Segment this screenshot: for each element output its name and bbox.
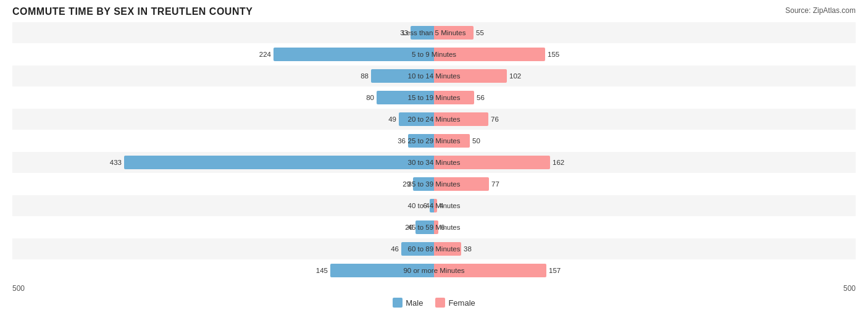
- axis-left: 500: [12, 284, 25, 293]
- left-section: 49: [12, 109, 434, 130]
- male-value: 46: [391, 245, 399, 253]
- male-legend-box: [393, 298, 403, 308]
- female-value: 157: [549, 267, 561, 274]
- right-section: 50: [434, 130, 856, 151]
- left-section: 46: [12, 238, 434, 259]
- legend-area: Male Female: [12, 298, 856, 308]
- male-value: 224: [259, 51, 271, 58]
- female-value: 55: [476, 29, 484, 36]
- female-value: 77: [491, 180, 499, 188]
- right-section: 162: [434, 152, 856, 173]
- legend-male: Male: [393, 298, 423, 308]
- source-text: Source: ZipAtlas.com: [785, 6, 856, 15]
- bar-label: Less than 5 Minutes: [403, 29, 466, 36]
- left-section: 33: [12, 22, 434, 43]
- left-section: 36: [12, 130, 434, 151]
- female-legend-box: [435, 298, 445, 308]
- male-value: 433: [110, 159, 122, 166]
- female-legend-label: Female: [448, 298, 475, 308]
- left-section: 26: [12, 217, 434, 238]
- right-section: 77: [434, 174, 856, 195]
- chart-container: 33Less than 5 Minutes552245 to 9 Minutes…: [12, 22, 856, 281]
- left-section: 88: [12, 65, 434, 86]
- male-bar: [124, 156, 434, 169]
- chart-title: COMMUTE TIME BY SEX IN TREUTLEN COUNTY: [12, 6, 252, 17]
- bar-label: 20 to 24 Minutes: [407, 115, 460, 123]
- bar-label: 5 to 9 Minutes: [412, 51, 456, 58]
- left-section: 433: [12, 152, 434, 173]
- left-section: 80: [12, 87, 434, 108]
- male-bar: [273, 48, 434, 61]
- center-line: [434, 22, 435, 281]
- male-legend-label: Male: [406, 298, 423, 308]
- female-value: 76: [491, 115, 499, 123]
- male-value: 80: [366, 94, 374, 101]
- bar-label: 90 or more Minutes: [403, 267, 464, 274]
- right-section: 6: [434, 217, 856, 238]
- right-section: 102: [434, 65, 856, 86]
- bar-label: 35 to 39 Minutes: [407, 180, 460, 188]
- female-value: 102: [509, 72, 521, 80]
- bar-label: 25 to 29 Minutes: [407, 137, 460, 145]
- female-value: 162: [553, 159, 564, 166]
- female-value: 56: [477, 94, 485, 101]
- right-section: 56: [434, 87, 856, 108]
- title-area: COMMUTE TIME BY SEX IN TREUTLEN COUNTY S…: [12, 6, 856, 17]
- axis-right: 500: [843, 284, 856, 293]
- male-value: 145: [316, 267, 328, 274]
- female-value: 50: [472, 137, 480, 145]
- female-value: 155: [548, 51, 559, 58]
- left-section: 6: [12, 195, 434, 216]
- axis-area: 500 500: [12, 282, 856, 295]
- bar-label: 45 to 59 Minutes: [407, 224, 460, 231]
- right-section: 155: [434, 44, 856, 65]
- male-value: 49: [388, 115, 396, 123]
- bar-label: 30 to 34 Minutes: [407, 159, 460, 166]
- female-value: 38: [464, 245, 472, 253]
- left-section: 224: [12, 44, 434, 65]
- right-section: 157: [434, 260, 856, 281]
- bar-label: 15 to 19 Minutes: [407, 94, 460, 101]
- bar-label: 60 to 89 Minutes: [407, 245, 460, 253]
- male-value: 36: [398, 137, 406, 145]
- left-section: 145: [12, 260, 434, 281]
- right-section: 38: [434, 238, 856, 259]
- left-section: 29: [12, 174, 434, 195]
- bar-label: 40 to 44 Minutes: [407, 202, 460, 209]
- male-value: 88: [361, 72, 369, 80]
- right-section: 76: [434, 109, 856, 130]
- right-section: 4: [434, 195, 856, 216]
- bar-label: 10 to 14 Minutes: [407, 72, 460, 80]
- legend-female: Female: [435, 298, 475, 308]
- right-section: 55: [434, 22, 856, 43]
